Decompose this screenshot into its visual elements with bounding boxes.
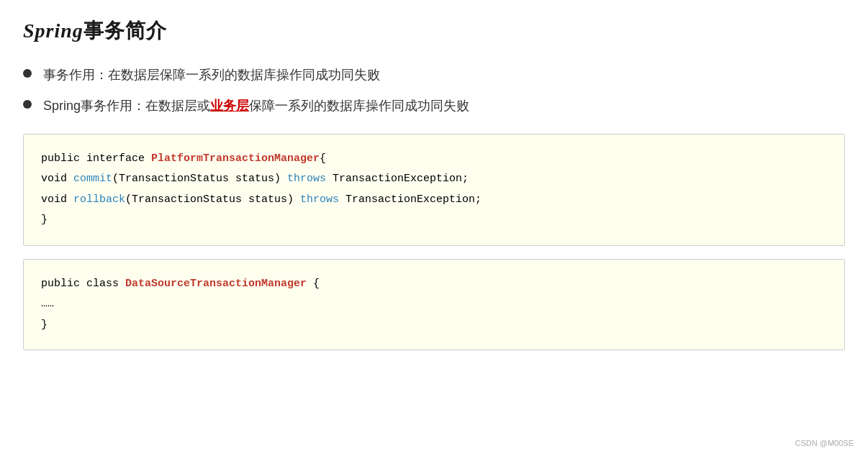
bullet-text-2-before: Spring事务作用：在数据层或 [43,99,210,113]
code-line-1: public interface PlatformTransactionMana… [41,149,827,170]
title-spring: Spring [23,19,83,42]
bullet-text-2: Spring事务作用：在数据层或业务层保障一系列的数据库操作同成功同失败 [43,96,469,117]
code-class-line-3: } [41,315,827,336]
bullet-item-2: Spring事务作用：在数据层或业务层保障一系列的数据库操作同成功同失败 [23,96,845,117]
watermark: CSDN @M00SE [795,439,854,447]
bullet-text-1: 事务作用：在数据层保障一系列的数据库操作同成功同失败 [43,65,380,86]
code-line-3: void rollback(TransactionStatus status) … [41,190,827,211]
bullet-text-2-after: 保障一系列的数据库操作同成功同失败 [249,99,469,113]
code-class-line-2: …… [41,294,827,315]
page-title: Spring事务简介 [23,17,845,45]
bullet-dot-1 [23,69,32,78]
bullet-item-1: 事务作用：在数据层保障一系列的数据库操作同成功同失败 [23,65,845,86]
bullet-list: 事务作用：在数据层保障一系列的数据库操作同成功同失败 Spring事务作用：在数… [23,65,845,117]
code-line-4: } [41,210,827,231]
code-block-class: public class DataSourceTransactionManage… [23,259,845,351]
code-line-2: void commit(TransactionStatus status) th… [41,169,827,190]
code-block-interface: public interface PlatformTransactionMana… [23,134,845,246]
title-suffix: 事务简介 [83,19,167,42]
code-class-line-1: public class DataSourceTransactionManage… [41,274,827,295]
bullet-text-2-highlight: 业务层 [210,99,249,113]
bullet-dot-2 [23,100,32,109]
